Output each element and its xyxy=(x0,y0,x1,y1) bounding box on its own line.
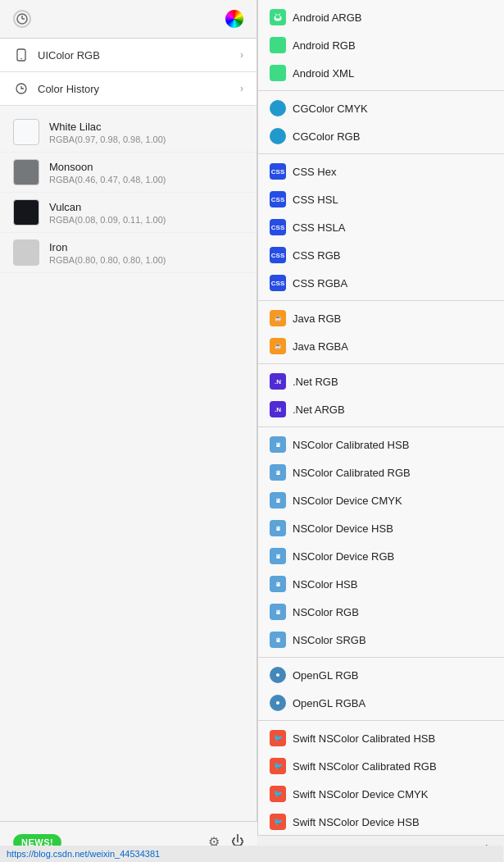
dotnet-rgb-label: .Net RGB xyxy=(293,376,338,388)
css-icon: CSS xyxy=(270,219,286,235)
nscolor-srgb-label: NSColor SRGB xyxy=(293,634,366,646)
nscolor-device-hsb-label: NSColor Device HSB xyxy=(293,522,393,535)
css-hex-label: CSS Hex xyxy=(293,166,336,178)
dropdown-item-dotnet-rgb[interactable]: .N .Net RGB xyxy=(258,367,504,395)
nscolor-rgb-label: NSColor RGB xyxy=(293,606,359,618)
android-icon xyxy=(270,9,286,25)
dropdown-item-css-rgb[interactable]: CSS CSS RGB xyxy=(258,241,504,269)
list-item[interactable]: Iron RGBA(0.80, 0.80, 0.80, 1.00) xyxy=(0,233,257,273)
dropdown-item-opengl-rgba[interactable]: OpenGL RGBA xyxy=(258,689,504,717)
list-item[interactable]: Monsoon RGBA(0.46, 0.47, 0.48, 1.00) xyxy=(0,153,257,193)
history-icon xyxy=(13,80,30,97)
nscolor-icon: 🖥 xyxy=(270,436,286,453)
dropdown-item-css-hsla[interactable]: CSS CSS HSLA xyxy=(258,213,504,241)
color-name-white-lilac: White Lilac xyxy=(49,121,166,133)
section-css: CSS CSS Hex CSS CSS HSL CSS CSS HSLA CSS… xyxy=(258,154,504,301)
section-dotnet: .N .Net RGB .N .Net ARGB xyxy=(258,364,504,427)
dropdown-item-swift-nscolor-calibrated-rgb[interactable]: 🐦 Swift NSColor Calibrated RGB xyxy=(258,752,504,780)
opengl-icon xyxy=(270,667,286,683)
color-list: White Lilac RGBA(0.97, 0.98, 0.98, 1.00)… xyxy=(0,106,257,280)
nscolor-device-rgb-label: NSColor Device RGB xyxy=(293,550,394,563)
color-value-vulcan: RGBA(0.08, 0.09, 0.11, 1.00) xyxy=(49,215,166,225)
nav-uicolor-chevron: › xyxy=(240,49,243,61)
dropdown-item-dotnet-argb[interactable]: .N .Net ARGB xyxy=(258,395,504,423)
nscolor-icon: 🖥 xyxy=(270,520,286,536)
svg-point-4 xyxy=(20,58,22,60)
section-android: Android ARGB Android RGB Android XML xyxy=(258,0,504,91)
opengl-rgb-label: OpenGL RGB xyxy=(293,669,358,682)
list-item[interactable]: White Lilac RGBA(0.97, 0.98, 0.98, 1.00) xyxy=(0,112,257,153)
nav-item-uicolor-rgb[interactable]: UIColor RGB › xyxy=(0,39,257,72)
css-hsla-label: CSS HSLA xyxy=(293,221,345,234)
opengl-icon xyxy=(270,695,286,711)
css-icon: CSS xyxy=(270,247,286,263)
dropdown-item-cgcolor-rgb[interactable]: CGColor RGB xyxy=(258,122,504,150)
top-bar xyxy=(0,0,257,39)
android-rgb-label: Android RGB xyxy=(293,39,356,52)
css-rgba-label: CSS RGBA xyxy=(293,277,347,290)
dropdown-item-nscolor-calibrated-hsb[interactable]: 🖥 NSColor Calibrated HSB xyxy=(258,431,504,458)
dropdown-item-css-rgba[interactable]: CSS CSS RGBA xyxy=(258,269,504,297)
nav-color-history-label: Color History xyxy=(38,83,240,95)
section-cgcolor: CGColor CMYK CGColor RGB xyxy=(258,91,504,154)
nscolor-icon: 🖥 xyxy=(270,604,286,620)
swift-icon: 🐦 xyxy=(270,814,286,830)
dropdown-item-cgcolor-cmyk[interactable]: CGColor CMYK xyxy=(258,94,504,122)
nscolor-device-cmyk-label: NSColor Device CMYK xyxy=(293,495,402,507)
dropdown-item-android-xml[interactable]: Android XML xyxy=(258,59,504,87)
nscolor-icon: 🖥 xyxy=(270,632,286,648)
swift-icon: 🐦 xyxy=(270,730,286,746)
android-xml-label: Android XML xyxy=(293,67,354,80)
dropdown-item-swift-nscolor-device-hsb[interactable]: 🐦 Swift NSColor Device HSB xyxy=(258,808,504,836)
nav-uicolor-rgb-label: UIColor RGB xyxy=(38,49,240,62)
nav-item-color-history[interactable]: Color History › xyxy=(0,72,257,106)
android-icon xyxy=(270,37,286,53)
color-value-monsoon: RGBA(0.46, 0.47, 0.48, 1.00) xyxy=(49,175,166,185)
nscolor-icon: 🖥 xyxy=(270,464,286,481)
dropdown-item-css-hex[interactable]: CSS CSS Hex xyxy=(258,157,504,185)
cgcolor-cmyk-label: CGColor CMYK xyxy=(293,103,368,115)
color-name-monsoon: Monsoon xyxy=(49,161,166,173)
svg-rect-7 xyxy=(276,16,280,19)
css-icon: CSS xyxy=(270,275,286,291)
section-opengl: OpenGL RGB OpenGL RGBA xyxy=(258,658,504,721)
dropdown-item-css-hsl[interactable]: CSS CSS HSL xyxy=(258,185,504,213)
dropdown-item-java-rgb[interactable]: ☕ Java RGB xyxy=(258,304,504,332)
dropdown-item-android-argb[interactable]: Android ARGB xyxy=(258,3,504,31)
dropdown-item-swift-nscolor-calibrated-hsb[interactable]: 🐦 Swift NSColor Calibrated HSB xyxy=(258,724,504,752)
section-java: ☕ Java RGB ☕ Java RGBA xyxy=(258,301,504,364)
color-wheel-icon[interactable] xyxy=(225,10,243,28)
cgcolor-icon xyxy=(270,128,286,144)
dropdown-item-nscolor-srgb[interactable]: 🖥 NSColor SRGB xyxy=(258,626,504,654)
section-swift-nscolor: 🐦 Swift NSColor Calibrated HSB 🐦 Swift N… xyxy=(258,721,504,837)
dropdown-item-opengl-rgb[interactable]: OpenGL RGB xyxy=(258,661,504,689)
nav-history-chevron: › xyxy=(240,83,243,94)
dropdown-item-android-rgb[interactable]: Android RGB xyxy=(258,31,504,59)
phone-icon xyxy=(13,47,30,63)
dropdown-item-java-rgba[interactable]: ☕ Java RGBA xyxy=(258,332,504,360)
timer-icon xyxy=(13,10,31,28)
color-swatch-vulcan xyxy=(13,199,39,226)
swift-nscolor-calibrated-hsb-label: Swift NSColor Calibrated HSB xyxy=(293,732,435,745)
section-nscolor: 🖥 NSColor Calibrated HSB 🖥 NSColor Calib… xyxy=(258,427,504,658)
dropdown-item-nscolor-device-hsb[interactable]: 🖥 NSColor Device HSB xyxy=(258,514,504,542)
dotnet-icon: .N xyxy=(270,401,286,417)
left-panel: UIColor RGB › Color History › White Lila… xyxy=(0,0,257,862)
dropdown-item-nscolor-device-rgb[interactable]: 🖥 NSColor Device RGB xyxy=(258,542,504,570)
nscolor-calibrated-hsb-label: NSColor Calibrated HSB xyxy=(293,439,409,451)
dropdown-item-swift-nscolor-device-cmyk[interactable]: 🐦 Swift NSColor Device CMYK xyxy=(258,780,504,808)
opengl-rgba-label: OpenGL RGBA xyxy=(293,697,366,709)
css-icon: CSS xyxy=(270,191,286,208)
cgcolor-icon xyxy=(270,100,286,116)
dotnet-icon: .N xyxy=(270,373,286,390)
dropdown-item-nscolor-hsb[interactable]: 🖥 NSColor HSB xyxy=(258,570,504,598)
color-swatch-monsoon xyxy=(13,159,39,185)
dropdown-item-nscolor-device-cmyk[interactable]: 🖥 NSColor Device CMYK xyxy=(258,486,504,514)
dropdown-item-nscolor-rgb[interactable]: 🖥 NSColor RGB xyxy=(258,598,504,626)
color-info-white-lilac: White Lilac RGBA(0.97, 0.98, 0.98, 1.00) xyxy=(49,121,166,144)
list-item[interactable]: Vulcan RGBA(0.08, 0.09, 0.11, 1.00) xyxy=(0,193,257,233)
color-name-vulcan: Vulcan xyxy=(49,201,166,213)
css-icon: CSS xyxy=(270,163,286,180)
android-argb-label: Android ARGB xyxy=(293,11,362,24)
dropdown-item-nscolor-calibrated-rgb[interactable]: 🖥 NSColor Calibrated RGB xyxy=(258,458,504,486)
